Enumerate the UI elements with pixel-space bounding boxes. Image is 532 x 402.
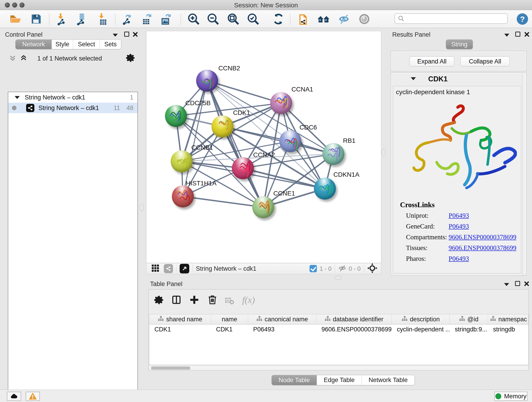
import-table-icon[interactable] [96,13,109,26]
save-session-icon[interactable] [30,13,43,26]
share-view-icon[interactable] [164,264,173,273]
network-options-gear-icon[interactable] [126,53,135,63]
table-row[interactable]: CDK1CDK1P064939606.ENSP00000378699cyclin… [149,325,528,334]
table-hscroll-thumb[interactable] [151,366,190,370]
right-splitter-handle[interactable] [382,149,385,156]
table-horizontal-scrollbar[interactable] [149,366,528,370]
tab-style[interactable]: Style [51,40,73,49]
node-CDC25B[interactable] [165,105,187,127]
control-panel-float-icon[interactable] [124,32,129,38]
open-session-icon[interactable] [9,13,22,26]
column-header-canonical-name[interactable]: canonical name [248,314,317,324]
table-cell[interactable]: cyclin-dependent ... [392,325,450,334]
node-CDC6[interactable] [279,130,301,152]
network-collection-row[interactable]: String Network – cdk1 1 [8,92,138,103]
crosslink-link[interactable]: 9606.ENSP00000378699 [449,244,516,251]
tab-node-table[interactable]: Node Table [272,375,317,385]
string-sphere-effect-icon[interactable] [358,13,371,26]
node-RB1[interactable] [322,143,344,165]
tab-edge-table[interactable]: Edge Table [317,375,361,385]
help-icon[interactable]: ? [516,13,529,26]
node-CDK1[interactable] [211,115,234,138]
tree-expander-icon[interactable] [15,96,20,99]
table-cell[interactable]: stringdb [488,325,529,334]
node-HIST1H1A[interactable] [172,185,194,207]
tab-select[interactable]: Select [73,40,100,49]
results-panel-float-icon[interactable] [515,32,520,38]
column-header-@id[interactable]: @id [450,314,488,324]
crosslink-link[interactable]: P06493 [449,212,469,219]
column-header-database-identifier[interactable]: database identifier [317,314,392,324]
expand-all-button[interactable]: Expand All [409,56,454,66]
node-CCNB2[interactable] [196,70,218,92]
tab-sets[interactable]: Sets [100,40,121,49]
import-network-file-icon[interactable] [56,13,68,26]
string-home-icon[interactable] [317,13,330,26]
memory-button[interactable]: Memory [494,392,527,401]
search-box[interactable] [394,13,508,24]
table-cell[interactable]: 9606.ENSP00000378699 [317,325,392,334]
zoom-selected-icon[interactable] [247,13,260,26]
edge-HIST1H1A-CCNE1[interactable] [183,196,263,207]
birds-eye-view-icon[interactable] [180,264,189,274]
import-network-database-icon[interactable] [75,13,88,26]
protein-header-row[interactable]: CDK1 [391,73,526,85]
protein-expander-icon[interactable] [411,77,416,80]
delete-column-trash-icon[interactable] [207,294,217,306]
tab-network[interactable]: Network [16,40,51,49]
zoom-out-icon[interactable] [207,13,220,26]
crosslink-link[interactable]: P06493 [449,223,469,230]
results-panel-close-icon[interactable] [524,32,530,38]
string-glass-effect-icon[interactable] [337,13,350,26]
edge-CCNB2-HIST1H1A[interactable] [183,81,207,196]
table-panel-float-icon[interactable] [515,281,520,287]
table-panel-close-icon[interactable] [524,281,529,287]
show-columns-icon[interactable] [172,295,181,306]
node-CCNA1[interactable] [270,92,292,114]
column-header-namespac[interactable]: namespac [488,314,529,324]
control-panel-close-icon[interactable] [133,32,138,38]
control-panel-collapse-icon[interactable] [113,33,118,38]
table-panel-collapse-icon[interactable] [504,283,509,287]
node-CCNB1[interactable] [171,150,193,172]
search-input[interactable] [405,15,503,22]
export-network-icon[interactable] [121,13,133,26]
export-table-icon[interactable] [140,13,153,26]
export-image-icon[interactable] [160,13,172,26]
node-CCNE1[interactable] [252,196,274,218]
node-CDKN1A[interactable] [314,178,336,200]
column-header-description[interactable]: description [392,314,450,324]
crosslink-link[interactable]: 9606.ENSP00000378699 [449,233,516,241]
table-cell[interactable]: CDK1 [149,325,211,334]
fit-selected-crosshair-icon[interactable] [367,263,377,274]
cloud-button[interactable] [7,392,21,401]
create-column-plus-icon[interactable] [190,295,199,306]
function-builder-icon[interactable]: f(x) [242,294,255,305]
column-header-shared-name[interactable]: shared name [149,314,211,324]
column-header-name[interactable]: name [211,314,248,324]
collapse-all-button[interactable]: Collapse All [460,56,510,66]
zoom-in-icon[interactable] [187,13,200,26]
delete-table-icon[interactable] [225,296,234,306]
refresh-icon[interactable] [272,13,285,26]
table-cell[interactable]: P06493 [248,325,317,334]
grid-view-icon[interactable] [152,264,159,273]
table-cell[interactable]: stringdb:9... [450,325,488,334]
crosslink-link[interactable]: P06493 [449,255,469,262]
table-cell[interactable]: CDK1 [211,325,248,334]
left-splitter-handle[interactable] [140,204,144,211]
node-CCNA2[interactable] [232,157,254,179]
network-row-selected[interactable]: String Network – cdk1 11 48 [8,103,138,113]
edge-CCNB2-CCNE1[interactable] [207,81,263,207]
selected-checkbox-icon[interactable] [310,265,317,272]
tab-network-table[interactable]: Network Table [361,375,415,385]
zoom-fit-icon[interactable] [227,13,240,26]
table-settings-gear-icon[interactable] [154,295,164,306]
network-canvas[interactable]: CCNB2CCNA1CDC25BCDK1CDC6RB1CCNB1CCNA2CDK… [146,31,381,263]
results-vertical-scrollbar[interactable] [523,73,526,275]
table-tabs: Node TableEdge TableNetwork Table [272,375,415,385]
tab-string[interactable]: String [446,40,473,49]
string-import-icon[interactable] [297,13,310,26]
warning-button[interactable] [26,392,40,401]
results-panel-collapse-icon[interactable] [504,33,509,38]
